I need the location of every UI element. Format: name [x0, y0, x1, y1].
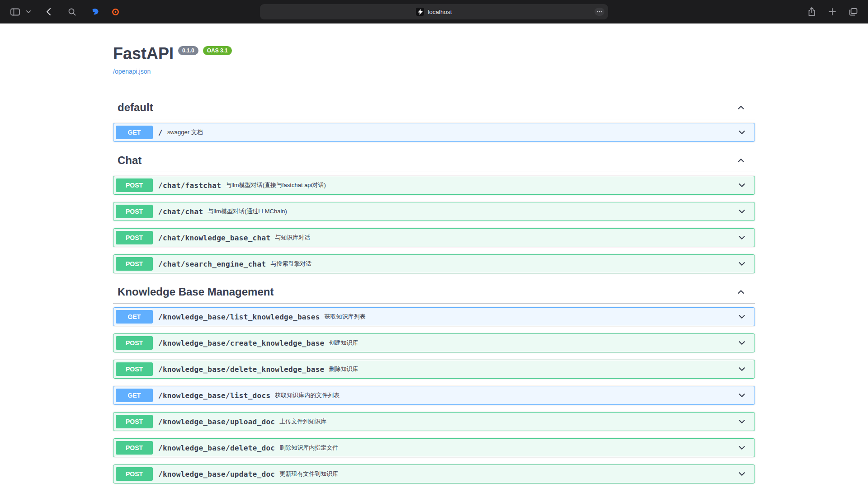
blue-bird-app-icon [91, 8, 99, 16]
section-title: Knowledge Base Management [118, 285, 274, 299]
search-icon [68, 8, 76, 16]
api-section: Chat POST /chat/fastchat 与llm模型对话(直接与fas… [113, 149, 755, 273]
api-operation-row[interactable]: POST /knowledge_base/delete_doc 删除知识库内指定… [113, 438, 755, 457]
expand-operation-button[interactable] [737, 338, 747, 348]
http-method-badge: POST [116, 205, 153, 218]
endpoint-path: /knowledge_base/list_knowledge_bases [158, 313, 320, 321]
endpoint-description: 上传文件到知识库 [279, 418, 326, 426]
endpoint-description: 与llm模型对话(直接与fastchat api对话) [226, 181, 326, 189]
endpoint-description: 获取知识库列表 [325, 313, 366, 321]
expand-operation-button[interactable] [737, 259, 747, 269]
http-method-badge: POST [116, 441, 153, 455]
expand-operation-button[interactable] [737, 180, 747, 190]
chevron-down-icon [737, 312, 747, 322]
api-info: FastAPI 0.1.0 OAS 3.1 /openapi.json [113, 23, 755, 75]
browser-toolbar: localhost [0, 0, 868, 23]
http-method-badge: POST [116, 415, 153, 428]
plus-icon [829, 8, 836, 15]
search-button[interactable] [64, 5, 80, 19]
section-operations: POST /chat/fastchat 与llm模型对话(直接与fastchat… [113, 172, 755, 273]
collapse-section-button[interactable] [736, 287, 746, 297]
section-operations: GET / swagger 文档 [113, 119, 755, 142]
api-operation-row[interactable]: POST /chat/chat 与llm模型对话(通过LLMChain) [113, 202, 755, 221]
chevron-down-icon [737, 127, 747, 137]
api-operation-row[interactable]: POST /knowledge_base/delete_knowledge_ba… [113, 360, 755, 379]
page-options-button[interactable] [594, 8, 604, 16]
tab-overview-button[interactable] [845, 5, 861, 19]
endpoint-path: /chat/chat [158, 207, 203, 216]
address-bar-url: localhost [428, 9, 452, 15]
ellipsis-icon [597, 11, 602, 13]
chevron-down-icon [737, 417, 747, 427]
http-method-badge: POST [116, 257, 153, 271]
http-method-badge: POST [116, 467, 153, 481]
endpoint-description: 删除知识库 [329, 365, 359, 373]
address-bar[interactable]: localhost [260, 4, 608, 19]
orange-app-extension-button[interactable] [108, 5, 123, 19]
section-header[interactable]: Knowledge Base Management [113, 281, 755, 304]
expand-operation-button[interactable] [737, 469, 747, 479]
endpoint-path: /knowledge_base/delete_doc [158, 444, 275, 452]
api-operation-row[interactable]: GET /knowledge_base/list_knowledge_bases… [113, 307, 755, 326]
expand-operation-button[interactable] [737, 233, 747, 243]
expand-operation-button[interactable] [737, 127, 747, 137]
endpoint-description: 与知识库对话 [275, 234, 310, 242]
chevron-down-icon [737, 233, 747, 243]
share-button[interactable] [804, 5, 819, 19]
site-favicon-icon [416, 8, 424, 16]
api-version-badge: 0.1.0 [178, 46, 198, 55]
openapi-spec-link[interactable]: /openapi.json [113, 68, 151, 75]
chevron-down-icon [737, 180, 747, 190]
http-method-badge: GET [116, 389, 153, 402]
http-method-badge: POST [116, 178, 153, 192]
endpoint-description: 与llm模型对话(通过LLMChain) [208, 207, 287, 216]
expand-operation-button[interactable] [737, 390, 747, 400]
http-method-badge: POST [116, 362, 153, 376]
chevron-down-icon [737, 364, 747, 374]
endpoint-description: 删除知识库内指定文件 [279, 444, 338, 452]
api-operation-row[interactable]: GET / swagger 文档 [113, 123, 755, 142]
expand-operation-button[interactable] [737, 312, 747, 322]
section-header[interactable]: Chat [113, 149, 755, 172]
chevron-down-icon [737, 443, 747, 453]
expand-operation-button[interactable] [737, 206, 747, 216]
endpoint-description: 更新现有文件到知识库 [279, 470, 338, 478]
endpoint-path: /knowledge_base/delete_knowledge_base [158, 365, 325, 374]
sidebar-icon [10, 8, 20, 16]
endpoint-path: /chat/fastchat [158, 181, 221, 190]
api-operation-row[interactable]: GET /knowledge_base/list_docs 获取知识库内的文件列… [113, 386, 755, 405]
sidebar-menu-button[interactable] [24, 5, 33, 19]
endpoint-description: 创建知识库 [329, 339, 359, 347]
endpoint-path: /chat/search_engine_chat [158, 260, 266, 268]
endpoint-path: /knowledge_base/update_doc [158, 470, 275, 479]
expand-operation-button[interactable] [737, 364, 747, 374]
chevron-left-icon [46, 8, 51, 16]
back-button[interactable] [41, 5, 56, 19]
collapse-section-button[interactable] [736, 155, 746, 165]
section-title: Chat [118, 154, 142, 167]
api-operation-row[interactable]: POST /knowledge_base/upload_doc 上传文件到知识库 [113, 412, 755, 431]
blue-app-extension-button[interactable] [88, 5, 103, 19]
chevron-up-icon [736, 287, 746, 297]
chevron-up-icon [736, 155, 746, 165]
new-tab-button[interactable] [825, 5, 840, 19]
section-header[interactable]: default [113, 96, 755, 119]
api-operation-row[interactable]: POST /chat/search_engine_chat 与搜索引擎对话 [113, 254, 755, 273]
tabs-icon [849, 8, 858, 16]
orange-circle-app-icon [112, 8, 119, 16]
expand-operation-button[interactable] [737, 443, 747, 453]
section-title: default [118, 101, 153, 114]
endpoint-path: /chat/knowledge_base_chat [158, 234, 270, 242]
swagger-ui-page: FastAPI 0.1.0 OAS 3.1 /openapi.json defa… [0, 23, 868, 488]
api-operation-row[interactable]: POST /chat/knowledge_base_chat 与知识库对话 [113, 228, 755, 247]
expand-operation-button[interactable] [737, 417, 747, 427]
endpoint-path: / [158, 128, 163, 137]
section-operations: GET /knowledge_base/list_knowledge_bases… [113, 304, 755, 488]
api-operation-row[interactable]: POST /knowledge_base/update_doc 更新现有文件到知… [113, 465, 755, 483]
share-icon [808, 7, 816, 16]
chevron-down-icon [737, 338, 747, 348]
collapse-section-button[interactable] [736, 103, 746, 113]
sidebar-toggle-button[interactable] [7, 5, 23, 19]
api-operation-row[interactable]: POST /knowledge_base/create_knowledge_ba… [113, 333, 755, 352]
api-operation-row[interactable]: POST /chat/fastchat 与llm模型对话(直接与fastchat… [113, 176, 755, 195]
